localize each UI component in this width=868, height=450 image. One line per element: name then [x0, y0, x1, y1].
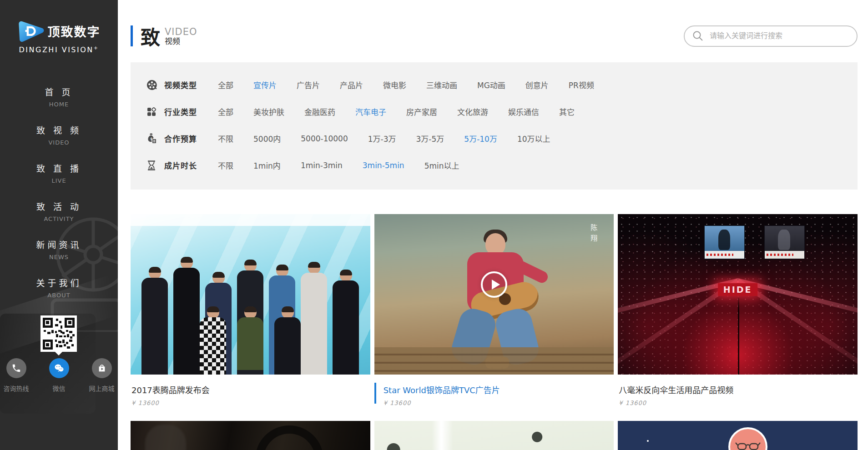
- filter-option-selected[interactable]: 5万-10万: [464, 133, 497, 144]
- video-thumbnail-ink[interactable]: [374, 421, 614, 450]
- video-price: ¥ 13600: [131, 400, 370, 406]
- filter-row-industry: 行业类型 全部 美妆护肤 金融医药 汽车电子 房产家居 文化旅游 娱乐通信 其它: [146, 98, 858, 125]
- hourglass-icon: [146, 160, 158, 171]
- filter-option[interactable]: 全部: [218, 106, 233, 117]
- filter-option-selected[interactable]: 3min-5min: [363, 161, 404, 170]
- brand-name-cn: 顶致数字: [48, 22, 101, 40]
- page-header: 致 VIDEO 视频: [131, 22, 858, 50]
- video-thumbnail-industrial[interactable]: [131, 421, 370, 450]
- sidebar-item-video[interactable]: 致 视 频 VIDEO: [0, 124, 118, 146]
- video-card[interactable]: [131, 421, 370, 450]
- video-card[interactable]: [374, 421, 614, 450]
- search-icon: [692, 30, 704, 42]
- hotline-button[interactable]: 咨询热线: [2, 358, 31, 393]
- sidebar-item-home[interactable]: 首 页 HOME: [0, 85, 118, 108]
- video-title[interactable]: 八毫米反向伞生活用品产品视频: [619, 384, 858, 395]
- filter-row-budget: $ 合作预算 不限 5000内 5000-10000 1万-3万 3万-5万 5…: [146, 125, 858, 152]
- play-button-icon[interactable]: [481, 271, 507, 298]
- video-thumbnail-concert[interactable]: HIDE: [618, 214, 858, 375]
- filter-option[interactable]: 5min以上: [424, 160, 459, 171]
- video-title[interactable]: Star World银饰品牌TVC广告片: [384, 384, 614, 395]
- shop-icon: [92, 358, 112, 378]
- stage-screen-right: [764, 225, 805, 259]
- video-card-grid: 2017表腾品牌发布会 ¥ 13600 陈翔 Star World银饰品牌TVC…: [131, 214, 858, 406]
- video-thumbnail-animation[interactable]: [618, 421, 858, 450]
- filter-option[interactable]: 其它: [559, 106, 575, 117]
- search-box[interactable]: [684, 25, 858, 47]
- filter-option[interactable]: 金融医药: [304, 106, 335, 117]
- stage-screen-left: [704, 225, 745, 259]
- filter-option[interactable]: 房产家居: [406, 106, 437, 117]
- phone-icon: [6, 358, 26, 378]
- filter-option[interactable]: 1min内: [253, 160, 281, 171]
- front-row-group: [131, 306, 370, 375]
- swoosh-decoration: [772, 421, 858, 450]
- filter-option[interactable]: 美妆护肤: [253, 106, 284, 117]
- filter-option[interactable]: 1万-3万: [368, 133, 396, 144]
- search-input[interactable]: [710, 32, 852, 40]
- sidebar-item-activity[interactable]: 致 活 动 ACTIVITY: [0, 200, 118, 222]
- filter-option[interactable]: 不限: [218, 133, 233, 144]
- film-reel-icon: [146, 79, 158, 91]
- filter-option[interactable]: 不限: [218, 160, 233, 171]
- wechat-qr-code: [40, 315, 77, 352]
- filter-option[interactable]: 三维动画: [426, 79, 457, 90]
- sidebar-contacts: 咨询热线 微信 网上商城: [0, 358, 118, 393]
- sidebar-nav: 首 页 HOME 致 视 频 VIDEO 致 直 播 LIVE 致 活 动 AC…: [0, 85, 118, 315]
- brand-logo[interactable]: 顶致数字 DINGZHI VISION+: [0, 20, 118, 54]
- led-sign: HIDE: [718, 283, 758, 296]
- svg-text:$: $: [150, 137, 152, 141]
- sidebar-item-about[interactable]: 关于我们 ABOUT: [0, 276, 118, 299]
- wechat-button[interactable]: 微信: [45, 358, 74, 393]
- shop-button[interactable]: 网上商城: [87, 358, 116, 393]
- sidebar: 顶致数字 DINGZHI VISION+ 首 页 HOME 致 视 频 VIDE…: [0, 0, 118, 450]
- filter-option[interactable]: 娱乐通信: [508, 106, 539, 117]
- filter-option[interactable]: 创意片: [525, 79, 549, 90]
- wechat-icon: [49, 358, 69, 378]
- sidebar-item-news[interactable]: 新闻资讯 NEWS: [0, 238, 118, 260]
- filter-option-selected[interactable]: 宣传片: [253, 79, 277, 90]
- filter-option[interactable]: 1min-3min: [301, 161, 343, 170]
- video-thumbnail-guitar[interactable]: 陈翔: [374, 214, 614, 375]
- video-price: ¥ 13600: [619, 400, 858, 406]
- filter-row-video-type: 视频类型 全部 宣传片 广告片 产品片 微电影 三维动画 MG动画 创意片 PR…: [146, 71, 858, 98]
- filter-option[interactable]: 全部: [218, 79, 233, 90]
- logo-play-icon: [18, 20, 44, 42]
- filter-option[interactable]: 5000内: [253, 133, 281, 144]
- filter-option[interactable]: 广告片: [297, 79, 320, 90]
- sidebar-item-live[interactable]: 致 直 播 LIVE: [0, 162, 118, 184]
- filter-option[interactable]: PR视频: [569, 79, 594, 90]
- video-card[interactable]: 陈翔 Star World银饰品牌TVC广告片 ¥ 13600: [374, 214, 614, 406]
- filter-option[interactable]: 微电影: [383, 79, 406, 90]
- filter-option[interactable]: 5000-10000: [301, 134, 348, 143]
- page-title: 致 VIDEO 视频: [131, 22, 197, 50]
- money-bag-icon: $: [146, 133, 158, 144]
- video-price: ¥ 13600: [384, 400, 614, 406]
- video-card[interactable]: HIDE 八毫米反向伞生活用品产品视频 ¥ 13600: [618, 214, 858, 406]
- video-title[interactable]: 2017表腾品牌发布会: [131, 384, 370, 395]
- brand-name-en: DINGZHI VISION+: [0, 45, 118, 54]
- category-icon: [146, 106, 158, 117]
- video-card-grid-row2: [131, 421, 858, 450]
- overlay-vertical-text: 陈翔: [589, 224, 598, 245]
- title-accent-bar: [131, 25, 133, 46]
- filter-option[interactable]: 10万以上: [517, 133, 550, 144]
- glasses-illustration: [728, 427, 767, 450]
- filter-option[interactable]: 产品片: [340, 79, 363, 90]
- video-card[interactable]: 2017表腾品牌发布会 ¥ 13600: [131, 214, 370, 406]
- filter-option[interactable]: 文化旅游: [457, 106, 488, 117]
- filter-panel: 视频类型 全部 宣传片 广告片 产品片 微电影 三维动画 MG动画 创意片 PR…: [131, 62, 858, 190]
- filter-option[interactable]: MG动画: [477, 79, 505, 90]
- filter-option[interactable]: 3万-5万: [416, 133, 444, 144]
- video-thumbnail-press-conference[interactable]: [131, 214, 370, 375]
- filter-row-duration: 成片时长 不限 1min内 1min-3min 3min-5min 5min以上: [146, 152, 858, 179]
- video-card[interactable]: [618, 421, 858, 450]
- main-content: 致 VIDEO 视频 视频类型 全部 宣传片 广告片: [118, 0, 868, 450]
- filter-option-selected[interactable]: 汽车电子: [355, 106, 386, 117]
